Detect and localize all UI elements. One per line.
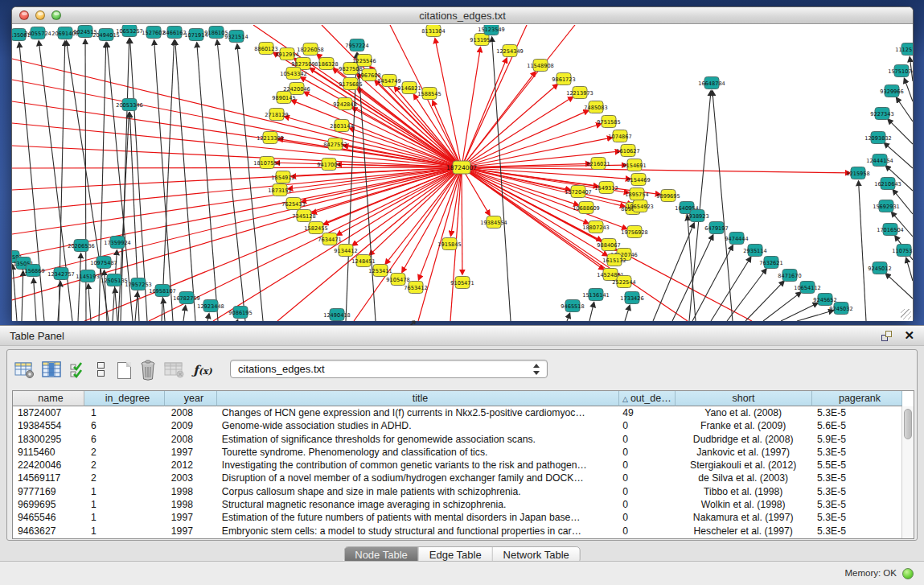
graph-node[interactable]: 8131304	[421, 25, 445, 37]
graph-node[interactable]: 1527602	[142, 27, 165, 39]
graph-node[interactable]: 9474444	[725, 233, 748, 245]
graph-node[interactable]: 8471670	[778, 270, 801, 282]
table-row[interactable]: 977716911998Corpus callosum shape and si…	[13, 485, 901, 498]
graph-node[interactable]: 1733426	[620, 292, 643, 304]
table-row[interactable]: 946554611997Estimation of the future num…	[13, 511, 901, 524]
table-row[interactable]: 911546021997Tourette syndrome. Phenomeno…	[13, 446, 901, 459]
network-view[interactable]: 1872400788601238912954182260589827509818…	[12, 25, 913, 321]
graph-node[interactable]: 7632621	[759, 257, 782, 269]
graph-node[interactable]: 11548908	[527, 60, 554, 72]
graph-node[interactable]: 8466162	[162, 27, 186, 39]
graph-node[interactable]: 1854912	[271, 171, 294, 183]
table-selector-dropdown[interactable]: citations_edges.txt	[230, 360, 548, 378]
graph-node[interactable]: 8912954	[275, 48, 298, 60]
graph-node[interactable]: 15136141	[582, 289, 610, 301]
delete-rows-icon[interactable]	[137, 359, 159, 381]
graph-node[interactable]: 16210643	[874, 178, 901, 190]
graph-node[interactable]: 18226058	[297, 43, 324, 56]
column-header-short[interactable]: short	[676, 391, 812, 406]
graph-node[interactable]: 19756928	[621, 226, 648, 238]
row-select-icon[interactable]	[68, 359, 88, 381]
graph-node[interactable]: 12093832	[864, 132, 892, 144]
graph-node[interactable]: 7957224	[345, 39, 368, 51]
memory-ok-indicator-icon[interactable]	[902, 568, 914, 579]
column-header-out_de[interactable]: △out_de…	[619, 391, 676, 406]
table-row[interactable]: 946362711997Embryonic stem cells: a mode…	[13, 525, 901, 538]
graph-node[interactable]: 9134412	[334, 245, 357, 257]
graph-edge	[781, 303, 818, 321]
graph-node[interactable]: 10688609	[573, 202, 600, 214]
graph-node[interactable]: 9227343	[870, 108, 893, 120]
graph-node[interactable]: 2803144	[330, 120, 353, 132]
table-row[interactable]: 1872400712008Changes of HCN gene express…	[13, 406, 901, 419]
graph-node[interactable]: 9086195	[228, 307, 252, 319]
table-settings-icon[interactable]	[14, 359, 36, 381]
graph-node[interactable]: 19384554	[480, 216, 507, 229]
graph-node[interactable]: 9861723	[552, 73, 575, 85]
graph-node[interactable]: 9321514	[224, 31, 248, 43]
graph-node[interactable]: 9105471	[450, 277, 474, 289]
graph-node[interactable]: 8860123	[254, 43, 277, 55]
graph-node[interactable]: 12213973	[566, 87, 593, 99]
new-table-icon[interactable]	[113, 359, 134, 381]
graph-node[interactable]: 9329966	[880, 85, 903, 97]
table-row[interactable]: 2242004622012Investigating the contribut…	[13, 459, 901, 472]
rows-icon[interactable]	[94, 359, 107, 381]
graph-node[interactable]: 12254349	[496, 45, 524, 57]
graph-node[interactable]: 2718129	[265, 109, 288, 121]
table-row[interactable]: 1938455462009Genome-wide association stu…	[13, 419, 901, 432]
network-canvas[interactable]: 1872400788601238912954182260589827509818…	[12, 25, 913, 321]
table-panel-titlebar[interactable]: Table Panel ✕	[0, 325, 924, 346]
graph-node[interactable]: 16958107	[149, 285, 176, 297]
graph-node[interactable]: 12213389	[257, 132, 284, 144]
graph-node[interactable]: 1610627	[616, 145, 639, 157]
graph-node[interactable]: 9154691	[622, 159, 646, 171]
graph-node[interactable]: 15751074	[888, 65, 913, 77]
graph-node[interactable]: 9105478	[386, 274, 409, 286]
graph-node[interactable]: 12923448	[197, 300, 224, 312]
graph-node[interactable]: 16782759	[173, 292, 200, 304]
graph-node[interactable]: 10653257	[116, 25, 143, 37]
graph-node[interactable]: 9417004	[317, 159, 340, 171]
graph-node[interactable]: 1107533	[892, 245, 913, 257]
function-builder-icon[interactable]: ƒ(x)	[191, 359, 215, 381]
column-header-pagerank[interactable]: pagerank	[812, 391, 902, 406]
graph-node[interactable]: 11125194	[895, 43, 913, 56]
scrollbar-thumb[interactable]	[904, 409, 912, 439]
graph-node[interactable]: 15692931	[873, 200, 900, 212]
graph-node[interactable]: 12342757	[47, 268, 75, 280]
graph-node[interactable]: 8215958	[846, 167, 869, 179]
graph-node[interactable]: 2935114	[743, 245, 766, 257]
graph-node[interactable]: 9245012	[868, 262, 891, 274]
graph-node[interactable]: 9465518	[561, 300, 584, 312]
graph-node[interactable]: 9899695	[656, 190, 680, 202]
graph-node[interactable]: 1549312	[594, 182, 618, 194]
graph-node[interactable]: 16648784	[698, 77, 725, 89]
graph-node[interactable]: 7653412	[404, 282, 427, 294]
graph-node[interactable]: 9751585	[597, 116, 620, 128]
graph-node[interactable]: 15720407	[565, 186, 592, 198]
column-chooser-icon[interactable]	[41, 359, 64, 381]
close-panel-icon[interactable]: ✕	[904, 328, 914, 343]
graph-node[interactable]: 9154469	[626, 174, 650, 186]
graph-node[interactable]: 17016504	[877, 224, 904, 236]
column-header-in_degree[interactable]: in_degree	[84, 391, 165, 406]
graph-node[interactable]: 9245032	[829, 303, 852, 315]
graph-node[interactable]: 1074867	[608, 130, 631, 142]
float-panel-icon[interactable]	[881, 330, 893, 343]
resize-grip-icon[interactable]	[901, 309, 911, 319]
column-header-name[interactable]: name	[13, 391, 84, 406]
table-scrollbar[interactable]	[901, 406, 914, 538]
column-header-year[interactable]: year	[165, 391, 217, 406]
column-header-title[interactable]: title	[217, 391, 619, 406]
table-row[interactable]: 969969511998Structural magnetic resonanc…	[13, 498, 901, 511]
window-titlebar[interactable]: citations_edges.txt	[12, 7, 913, 24]
graph-node[interactable]: 8216021	[586, 158, 610, 170]
graph-node[interactable]: 10654112	[794, 282, 821, 294]
delete-table-icon[interactable]	[163, 359, 186, 381]
graph-node[interactable]: 8427552	[323, 138, 347, 150]
graph-node[interactable]: 12444154	[866, 154, 893, 167]
graph-node[interactable]: 1588545	[417, 88, 441, 100]
table-row[interactable]: 1456911722003Disruption of a novel membe…	[13, 472, 901, 484]
table-row[interactable]: 1830029562008Estimation of significance …	[13, 433, 901, 446]
